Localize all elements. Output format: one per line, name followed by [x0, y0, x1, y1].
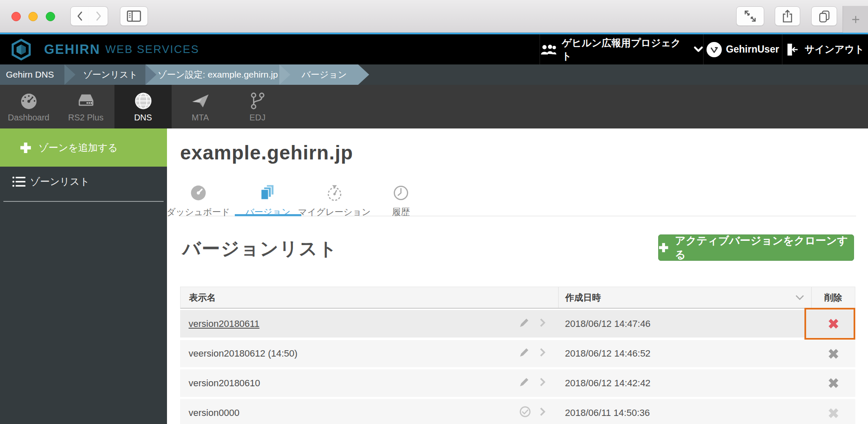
hexagon-logo-icon [11, 39, 31, 61]
chevron-right-icon[interactable] [540, 377, 546, 390]
sidebar-divider [3, 201, 164, 202]
delete-button-disabled [812, 399, 855, 424]
zoom-icon[interactable] [46, 12, 55, 21]
tab-version[interactable]: バージョン [245, 184, 291, 218]
version-name-link[interactable]: version20180611 [189, 318, 259, 329]
tab-label: マイグレーション [298, 206, 370, 218]
fullscreen-button[interactable] [736, 6, 764, 26]
delete-button[interactable] [812, 310, 855, 338]
sidebar-toggle-icon [127, 10, 141, 22]
app-header: GEHIRN WEB SERVICES ゲヒルン広報用プロジェクト Gehirn… [0, 34, 868, 64]
brand-suffix: WEB SERVICES [106, 43, 199, 56]
delete-x-icon [828, 318, 839, 329]
breadcrumb-zone-list[interactable]: ゾーンリスト [75, 64, 145, 85]
plus-icon [659, 243, 668, 253]
sort-chevron-down-icon[interactable] [795, 295, 804, 300]
breadcrumb-arrow-icon [358, 64, 369, 85]
tab-dashboard[interactable]: ダッシュボード [167, 184, 230, 218]
breadcrumb: Gehirn DNS ゾーンリスト ゾーン設定: example.gehirn.… [0, 64, 868, 85]
service-label: RS2 Plus [68, 113, 103, 123]
sidebar-item-zone-list[interactable]: ゾーンリスト [0, 171, 167, 192]
service-mta[interactable]: MTA [172, 85, 229, 128]
gauge-icon [189, 184, 208, 202]
column-header-name: 表示名 [181, 287, 558, 308]
migration-timer-icon [325, 184, 344, 202]
forward-icon [95, 11, 102, 22]
sidebar: ゾーンを追加する ゾーンリスト [0, 128, 167, 424]
breadcrumb-arrow-icon [64, 64, 75, 85]
forward-button[interactable] [89, 6, 108, 26]
section-title: バージョンリスト [182, 237, 338, 261]
service-dns[interactable]: DNS [114, 85, 172, 128]
tab-overview-button[interactable] [811, 6, 837, 26]
tab-history[interactable]: 履歴 [392, 184, 410, 218]
table-row: version20180611 2018/06/12 14:47:46 [180, 310, 855, 338]
chevron-right-icon[interactable] [540, 407, 546, 419]
tab-label: ダッシュボード [167, 206, 230, 218]
gauge-icon [19, 91, 39, 111]
plus-icon [20, 142, 31, 153]
breadcrumb-gehirn-dns[interactable]: Gehirn DNS [0, 64, 64, 85]
sidebar-toggle-button[interactable] [120, 6, 148, 26]
globe-icon [134, 91, 153, 111]
zone-list-label: ゾーンリスト [30, 175, 90, 188]
brand-name: GEHIRN [44, 42, 100, 57]
created-timestamp: 2018/06/12 14:42:42 [558, 369, 812, 397]
clone-active-version-button[interactable]: アクティブバージョンをクローンする [658, 234, 854, 261]
version-name-link[interactable]: version20180610 [189, 378, 260, 389]
delete-x-icon [828, 348, 839, 360]
breadcrumb-zone-settings[interactable]: ゾーン設定: example.gehirn.jp [156, 64, 279, 85]
share-button[interactable] [775, 6, 800, 26]
signout-label: サインアウト [804, 43, 864, 56]
column-header-created[interactable]: 作成日時 [558, 287, 811, 308]
project-selector[interactable]: ゲヒルン広報用プロジェクト [540, 34, 703, 64]
new-tab-area[interactable] [843, 6, 868, 33]
versions-icon [259, 184, 277, 202]
edit-pencil-icon[interactable] [519, 377, 529, 390]
delete-button[interactable] [812, 340, 855, 367]
minimize-icon[interactable] [28, 12, 38, 21]
brand-logo[interactable]: GEHIRN WEB SERVICES [11, 39, 199, 61]
add-zone-button[interactable]: ゾーンを追加する [0, 128, 167, 167]
tab-label: バージョン [245, 206, 291, 218]
service-rs2-plus[interactable]: RS2 Plus [57, 85, 114, 128]
signout-icon [786, 43, 799, 56]
edit-pencil-icon[interactable] [519, 318, 529, 330]
signout-button[interactable]: サインアウト [782, 34, 868, 64]
browser-chrome [0, 0, 868, 33]
service-label: EDJ [250, 113, 266, 123]
tab-label: 履歴 [392, 206, 410, 218]
chevron-right-icon[interactable] [540, 347, 546, 360]
service-label: DNS [134, 113, 152, 123]
close-icon[interactable] [11, 12, 21, 21]
version-name-link[interactable]: veersion20180612 (14:50) [189, 348, 298, 359]
column-header-created-label: 作成日時 [565, 292, 601, 304]
chevron-right-icon[interactable] [540, 318, 546, 330]
project-name: ゲヒルン広報用プロジェクト [562, 36, 689, 63]
add-zone-label: ゾーンを追加する [39, 141, 118, 154]
table-row: version0000 2018/06/11 14:50:36 [180, 399, 855, 424]
service-dashboard[interactable]: Dashboard [0, 85, 57, 128]
created-timestamp: 2018/06/12 14:46:52 [558, 340, 812, 367]
server-icon [76, 91, 96, 111]
version-name-link[interactable]: version0000 [189, 407, 239, 418]
service-edj[interactable]: EDJ [229, 85, 286, 128]
expand-icon [744, 10, 757, 22]
users-icon [540, 44, 556, 56]
delete-x-icon [828, 407, 839, 419]
back-icon [77, 11, 83, 22]
main-content: example.gehirn.jp ダッシュボード バージョン マイグレーション… [167, 128, 868, 424]
breadcrumb-version[interactable]: バージョン [290, 64, 358, 85]
delete-x-icon [828, 377, 839, 389]
edit-pencil-icon[interactable] [519, 347, 529, 360]
page-title: example.gehirn.jp [180, 141, 353, 164]
gehirn-badge-icon [707, 42, 722, 57]
delete-button[interactable] [812, 369, 855, 397]
list-icon [12, 176, 25, 187]
paper-plane-icon [191, 91, 210, 111]
user-menu[interactable]: GehirnUser [703, 34, 782, 64]
column-header-delete: 削除 [811, 287, 855, 308]
back-button[interactable] [70, 6, 89, 26]
tab-migration[interactable]: マイグレーション [298, 184, 370, 218]
new-tab-icon [851, 15, 860, 24]
